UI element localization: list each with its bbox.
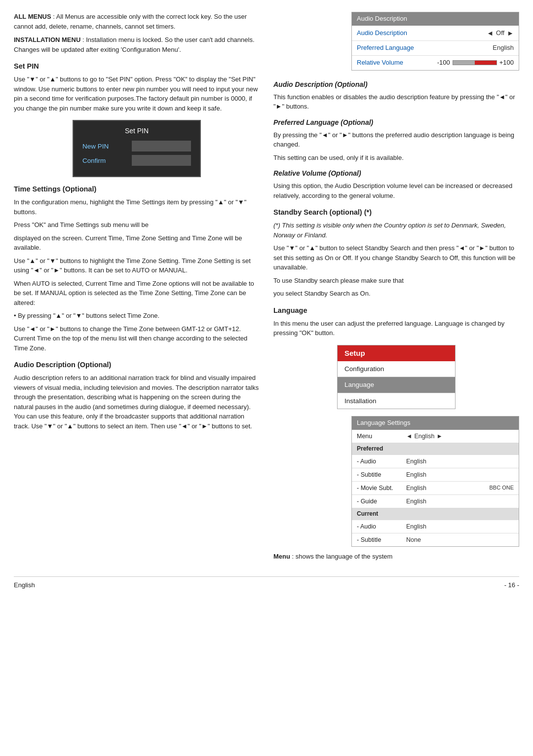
installation-menu-paragraph: INSTALLATION MENU : Installation menu is… [14,35,260,54]
set-pin-heading: Set PIN [14,61,260,72]
setup-menu-box: Setup Configuration Language Installatio… [337,345,456,409]
audio-panel-volume-label: Relative Volume [357,58,437,68]
lang-preferred-guide: - Guide English [352,495,519,508]
relative-volume-heading: Relative Volume (Optional) [273,168,519,179]
relative-volume-body: Using this option, the Audio Description… [273,181,519,200]
main-layout: ALL MENUS : All Menus are accessible onl… [14,12,519,565]
menu-note-label: Menu [273,553,290,560]
audio-description-panel: Audio Description Audio Description ◄ Of… [351,12,519,71]
audio-panel-row-desc: Audio Description ◄ Off ► [352,26,519,41]
language-heading: Language [273,305,519,316]
lang-menu-left-arrow[interactable]: ◄ [406,432,412,441]
lang-panel-header: Language Settings [352,416,519,430]
volume-bar-track [453,60,497,65]
audio-desc-section-body: This function enables or disables the au… [273,92,519,112]
language-section: Language In this menu the user can adjus… [273,305,519,338]
lang-menu-right-arrow[interactable]: ► [436,432,442,441]
time-settings-p3: displayed on the screen. Current Time, T… [14,233,260,253]
audio-panel-row-lang: Preferred Language English [352,41,519,56]
preferred-language-section: Preferred Language (Optional) By pressin… [273,117,519,163]
lang-current-subtitle: - Subtitle None [352,533,519,546]
time-settings-p1: In the configuration menu, highlight the… [14,197,260,217]
all-menus-paragraph: ALL MENUS : All Menus are accessible onl… [14,12,260,31]
pin-box-title: Set PIN [82,126,191,136]
right-column: Audio Description Audio Description ◄ Of… [273,12,519,565]
standby-heading: Standby Search (optional) (*) [273,207,519,218]
language-settings-panel: Language Settings Menu ◄ English ► Prefe… [351,416,519,547]
preferred-lang-heading: Preferred Language (Optional) [273,117,519,128]
pin-input-confirm [132,155,191,166]
audio-panel-header: Audio Description [352,12,519,26]
standby-body2: To use Standby search please make sure t… [273,276,519,286]
time-settings-p2: Press "OK" and Time Settings sub menu wi… [14,220,260,230]
setup-item-configuration[interactable]: Configuration [338,361,455,378]
lang-preferred-movie-subt: - Movie Subt. English BBC ONE [352,482,519,495]
footer-page: - 16 - [504,581,519,590]
setup-item-installation[interactable]: Installation [338,393,455,409]
audio-lang-value-text: English [493,43,514,53]
lang-preferred-section-label: Preferred [352,443,519,454]
lang-preferred-audio: - Audio English [352,455,519,468]
lang-current-section-label: Current [352,508,519,520]
language-body: In this menu the user can adjust the pre… [273,319,519,338]
audio-panel-desc-value: ◄ Off ► [487,28,514,38]
setup-menu-title: Setup [338,345,455,361]
all-menus-label: ALL MENUS [14,13,51,20]
standby-body1: Use "▼" or "▲" button to select Standby … [273,243,519,272]
audio-desc-optional-body: Audio description refers to an additiona… [14,373,260,431]
footer-bar: English - 16 - [14,576,519,590]
preferred-lang-body1: By pressing the "◄" or "►" buttons the p… [273,130,519,150]
audio-left-arrow-icon[interactable]: ◄ [487,28,494,38]
set-pin-body: Use "▼" or "▲" buttons to go to "Set PIN… [14,75,260,113]
audio-panel-lang-value: English [493,43,514,53]
time-settings-p5: When AUTO is selected, Current Time and … [14,279,260,308]
pin-label-confirm: Confirm [82,156,122,166]
audio-desc-value-text: Off [496,29,504,38]
audio-desc-section: Audio Description (Optional) This functi… [273,79,519,112]
audio-panel-volume-bar: -100 +100 [437,58,514,68]
pin-input-new [132,141,191,151]
lang-current-audio: - Audio English [352,520,519,533]
audio-panel-desc-label: Audio Description [357,29,487,38]
menu-note: Menu : shows the language of the system [273,552,519,562]
time-settings-heading: Time Settings (Optional) [14,184,260,194]
standby-note: (*) This setting is visible only when th… [273,221,519,240]
pin-label-new: New PIN [82,142,122,151]
menu-note-text: : shows the language of the system [292,553,393,560]
installation-menu-label: INSTALLATION MENU [14,36,80,43]
audio-panel-row-volume: Relative Volume -100 +100 [352,56,519,70]
audio-right-arrow-icon[interactable]: ► [507,28,514,38]
lang-menu-label: Menu [357,432,406,441]
left-column: ALL MENUS : All Menus are accessible onl… [14,12,260,565]
relative-volume-section: Relative Volume (Optional) Using this op… [273,168,519,200]
lang-menu-value-text: English [414,432,434,441]
volume-right-value: +100 [499,58,514,68]
preferred-lang-body2: This setting can be used, only if it is … [273,153,519,163]
time-settings-p6: • By pressing "▲" or "▼" buttons select … [14,311,260,321]
setup-item-language[interactable]: Language [338,377,455,393]
time-settings-p4: Use "▲" or "▼" buttons to highlight the … [14,256,260,275]
audio-desc-optional-heading: Audio Description (Optional) [14,360,260,370]
standby-body3: you select Standby Search as On. [273,289,519,299]
lang-preferred-subtitle: - Subtitle English [352,468,519,482]
lang-panel-menu-row: Menu ◄ English ► [352,430,519,443]
pin-row-newpin: New PIN [82,141,191,151]
volume-left-value: -100 [437,58,450,68]
standby-section: Standby Search (optional) (*) (*) This s… [273,207,519,299]
time-settings-p7: Use "◄" or "►" buttons to change the Tim… [14,324,260,353]
lang-menu-value: ◄ English ► [406,432,514,441]
footer-language: English [14,581,35,590]
audio-panel-lang-label: Preferred Language [357,43,493,53]
lang-bbc-value: BBC ONE [489,484,514,492]
pin-row-confirm: Confirm [82,155,191,166]
pin-box: Set PIN New PIN Confirm [73,120,201,177]
audio-desc-section-heading: Audio Description (Optional) [273,79,519,90]
